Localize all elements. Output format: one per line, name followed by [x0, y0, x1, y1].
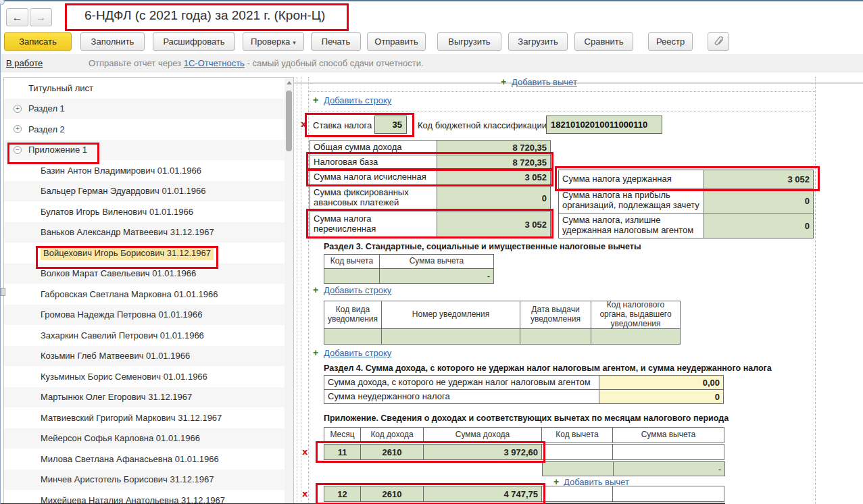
income-code-cell[interactable]: 2610 — [360, 486, 424, 502]
notice-cell[interactable] — [520, 328, 591, 345]
deduction-code-cell[interactable] — [542, 461, 614, 476]
tree-item-employee[interactable]: Минчев Аристотель Борисович 31.12.1967 — [4, 470, 293, 490]
sidebar-scrollbar[interactable] — [285, 78, 293, 504]
splitter-handle-icon[interactable] — [0, 0, 5, 5]
add-row-link-top[interactable]: Добавить строку — [324, 95, 391, 105]
send-button[interactable]: Отправить — [367, 32, 426, 51]
row-value[interactable]: 0,00 — [599, 375, 724, 390]
months-row-11: 11 2610 3 972,60 — [324, 444, 724, 460]
row-value[interactable]: 3 052 — [704, 170, 814, 188]
deduction-sum-cell[interactable] — [612, 486, 724, 502]
row-value[interactable]: 3 052 — [437, 211, 551, 238]
deduction-sum-cell[interactable] — [612, 444, 724, 460]
delete-row-icon[interactable]: x — [301, 119, 306, 129]
income-code-cell[interactable]: 2610 — [360, 444, 424, 460]
month-cell[interactable]: 12 — [324, 486, 361, 502]
plus-icon[interactable]: + — [313, 95, 318, 105]
scrollbar-thumb[interactable] — [286, 91, 292, 151]
tree-item-employee[interactable]: Мейерсон Софья Карловна 01.01.1966 — [4, 428, 293, 449]
section4-title: Раздел 4. Сумма дохода, с которого не уд… — [324, 363, 772, 373]
tree-item-label: Ваньков Александр Матвеевич 31.12.1967 — [41, 227, 214, 237]
tree-item-appendix1[interactable]: −Приложение 1 — [4, 140, 293, 161]
tree-item-employee[interactable]: Базин Антон Владимирович 01.01.1966 — [4, 160, 293, 181]
compare-button[interactable]: Сравнить — [574, 32, 633, 51]
tree-item-section2[interactable]: +Раздел 2 — [4, 119, 293, 140]
row-value[interactable]: 3 052 — [437, 170, 551, 185]
reporting-service-link[interactable]: 1С-Отчетность — [184, 58, 245, 68]
notice-cell[interactable] — [381, 328, 520, 345]
panel-splitter[interactable] — [301, 77, 301, 504]
attachment-button[interactable] — [708, 32, 729, 51]
group-border — [308, 91, 815, 92]
expand-icon[interactable]: + — [14, 105, 22, 113]
add-row-link-bottom[interactable]: Добавить строку — [324, 348, 391, 358]
forward-button[interactable]: → — [30, 8, 52, 26]
row-value[interactable]: 8 720,35 — [437, 155, 551, 170]
tree-item-employee[interactable]: Волков Марат Савельевич 01.01.1966 — [4, 263, 293, 284]
fill-button[interactable]: Заполнить — [80, 32, 145, 51]
add-deduction-link-top[interactable]: Добавить вычет — [512, 77, 577, 87]
tree-item-label: Козьмин Глеб Матвеевич 01.01.1966 — [41, 351, 190, 361]
column-header: Сумма вычета — [612, 427, 724, 443]
income-sum-cell[interactable]: 3 972,60 — [423, 444, 542, 460]
tree-item-employee[interactable]: Михейцева Наталия Анатольевна 31.12.1967 — [4, 490, 293, 504]
deduction-sum-cell[interactable]: - — [379, 268, 494, 284]
row-value[interactable]: 0 — [437, 184, 551, 211]
plus-icon[interactable]: + — [313, 347, 318, 358]
tree-item-employee[interactable]: Ваньков Александр Матвеевич 31.12.1967 — [4, 222, 293, 243]
appendix-title: Приложение. Сведения о доходах и соответ… — [324, 413, 729, 423]
group-border — [815, 77, 816, 504]
check-menu-button[interactable]: Проверка▾ — [243, 32, 304, 51]
tree-item-employee[interactable]: Громова Надежда Петровна 01.01.1966 — [4, 305, 293, 326]
row-value[interactable]: 0 — [704, 188, 814, 213]
save-button[interactable]: Записать — [4, 32, 72, 51]
tree-item-employee[interactable]: Захаркин Савелий Петрович 01.01.1966 — [4, 325, 293, 346]
tree-item-employee[interactable]: Матвиевский Григорий Маркович 31.12.1967 — [4, 407, 293, 428]
month-cell[interactable]: 11 — [324, 444, 361, 460]
tax-rate-field[interactable]: 35 — [374, 116, 407, 134]
upload-button[interactable]: Выгрузить — [437, 32, 501, 51]
tree-item-section1[interactable]: +Раздел 1 — [4, 99, 293, 120]
status-state-link[interactable]: В работе — [6, 58, 43, 68]
deduction-code-cell[interactable] — [541, 486, 613, 502]
tax-rate-label: Ставка налога — [313, 120, 372, 130]
tree-item-employee[interactable]: Кузьминых Борис Семенович 01.01.1966 — [4, 366, 293, 387]
row-value[interactable]: 8 720,35 — [437, 140, 551, 155]
notice-cell[interactable] — [591, 328, 681, 345]
deduction-code-cell[interactable] — [324, 268, 380, 284]
row-value[interactable]: 0 — [704, 213, 814, 238]
tree-item-employee[interactable]: Мартынюк Олег Егорович 31.12.1967 — [4, 387, 293, 408]
expand-icon[interactable]: + — [14, 125, 22, 133]
print-button[interactable]: Печать — [311, 32, 361, 51]
plus-icon[interactable]: + — [501, 76, 506, 87]
delete-row-icon[interactable]: x — [302, 488, 307, 499]
tree-item-employee-selected[interactable]: Войцехович Игорь Борисович 31.12.1967 — [4, 243, 293, 263]
tree-item-employee[interactable]: Булатов Игорь Виленович 01.01.1966 — [4, 201, 293, 222]
plus-icon[interactable]: + — [313, 284, 318, 295]
table-row — [324, 328, 681, 345]
tree-item-employee[interactable]: Милова Светлана Афанасьевна 01.01.1966 — [4, 449, 293, 470]
scroll-up-arrow-icon[interactable] — [287, 81, 292, 84]
delete-row-icon[interactable]: x — [302, 447, 307, 457]
tree-item-employee[interactable]: Бальцер Герман Эдуардович 01.01.1966 — [4, 181, 293, 202]
sidebar-splitter-handle-icon[interactable] — [1, 288, 5, 296]
add-row-link-mid[interactable]: Добавить строку — [324, 285, 391, 295]
income-sum-cell[interactable]: 4 747,75 — [423, 486, 542, 502]
row-label: Сумма неудержанного налога — [324, 389, 599, 404]
notice-table: Код вида уведомления Номер уведомления Д… — [324, 301, 681, 345]
kbk-field[interactable]: 18210102010011000110 — [546, 116, 662, 134]
notice-cell[interactable] — [324, 328, 382, 345]
panel-splitter[interactable] — [297, 77, 297, 504]
tree-item-employee[interactable]: Габровская Светлана Марковна 01.01.1966 — [4, 284, 293, 305]
load-button[interactable]: Загрузить — [508, 32, 568, 51]
back-button[interactable]: ← — [6, 8, 28, 26]
column-header: Код вычета — [541, 427, 613, 443]
collapse-icon[interactable]: − — [14, 146, 22, 154]
tree-item-employee[interactable]: Козьмин Глеб Матвеевич 01.01.1966 — [4, 346, 293, 367]
deduction-sum-cell[interactable]: - — [613, 461, 725, 476]
deduction-code-cell[interactable] — [541, 444, 613, 460]
decipher-button[interactable]: Расшифровать — [153, 32, 235, 51]
row-value[interactable]: 0 — [599, 389, 724, 404]
registry-button[interactable]: Реестр — [648, 32, 693, 51]
tree-item-title-page[interactable]: Титульный лист — [4, 78, 293, 99]
